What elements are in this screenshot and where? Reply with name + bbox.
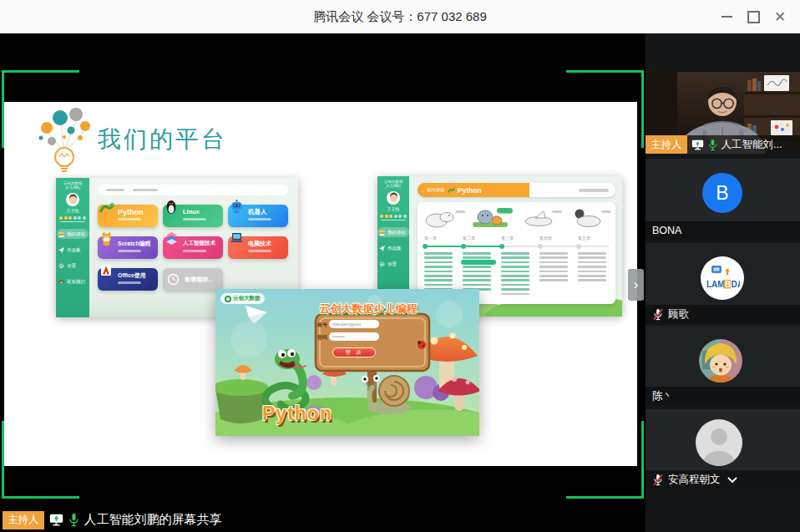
menu-item-portfolio: 作品集 (57, 245, 89, 255)
robot-icon (230, 200, 244, 215)
participant-label: 安高程朝文 (646, 470, 800, 489)
expand-participant-chevron[interactable] (727, 476, 738, 484)
participant-label: 顾歌 (646, 305, 800, 323)
course-search-bar (98, 185, 288, 195)
minimize-button[interactable] (713, 0, 740, 33)
participant-name: 顾歌 (668, 307, 689, 322)
scratch-cat-icon (99, 231, 114, 246)
course-card-linux: Linux (163, 205, 223, 227)
maximize-button[interactable] (740, 0, 767, 33)
participant-name: 人工智能刘... (722, 138, 782, 152)
monkey-icon (58, 279, 64, 285)
course-card-python: Python (98, 205, 158, 227)
stage-2-sketch-active (470, 206, 515, 230)
participant-tile-chen[interactable]: 陈丶 (646, 326, 800, 405)
participant-tile-angaochengchaowen[interactable]: 安高程朝文 (646, 409, 800, 489)
chapter-dot (499, 244, 504, 249)
microphone-muted-icon (646, 474, 664, 486)
menu-item-settings: 设置 (377, 259, 409, 269)
maximize-icon (747, 11, 760, 23)
window-controls: ✕ (713, 0, 793, 33)
course-card-office: Office使用 (98, 268, 158, 291)
title-bar: 腾讯会议 会议号：677 032 689 ✕ (0, 0, 800, 33)
course-card-robot: 机器人 (228, 205, 288, 227)
participant-tile-bona[interactable]: B BONA (646, 159, 800, 240)
participant-label: BONA (646, 221, 800, 240)
balloon-bulb-logo (34, 107, 96, 174)
default-person-avatar (696, 419, 742, 466)
participant-name: 安高程朝文 (668, 473, 721, 487)
login-button: 登 录 (332, 347, 376, 357)
game-brand-title: 云创大数据少儿编程 (297, 301, 439, 317)
course-card-scratch: Scratch编程 (98, 236, 158, 259)
svg-text:DA: DA (732, 280, 741, 289)
game-watermark-logo: 云创大数据 (220, 293, 265, 304)
course-card-computer: 电脑技术 (228, 236, 288, 259)
stage-1-sketch (422, 206, 467, 230)
avatar-letter: B (702, 173, 742, 213)
course-card-ai: 人工智能技术 (163, 236, 223, 259)
svg-text:B: B (725, 280, 731, 289)
kids-home-sidebar: 云创大数据少儿编程 王子悦 我的课程 (56, 178, 89, 317)
participant-name: 陈丶 (646, 389, 673, 403)
screen-share-stage: 我们的平台 云创大数据少儿编程 王子悦 我的课程 (0, 33, 646, 532)
account-label: 账号 (317, 322, 327, 329)
python-logo-text: Python (262, 403, 332, 425)
books-icon (58, 231, 64, 237)
course-title: Python (458, 186, 482, 195)
menu-item-my-courses: 我的课程 (377, 227, 409, 237)
participant-roster: 主持人 人工智能刘... B BONA (646, 33, 800, 532)
chapter-label: 第二章 (463, 236, 475, 241)
kids-user-name: 王子悦 (67, 208, 79, 213)
microphone-on-icon (68, 513, 79, 527)
password-field: ••••••• (329, 332, 379, 341)
close-button[interactable]: ✕ (767, 0, 793, 33)
gear-icon (58, 263, 64, 269)
minimize-icon (722, 16, 732, 18)
account-field: xiaopengyou (329, 320, 379, 328)
close-icon: ✕ (774, 10, 786, 24)
chapter-dot (423, 244, 428, 249)
menu-item-settings: 设置 (57, 261, 89, 271)
penguin-icon (165, 200, 178, 215)
ycloud-ring-icon (225, 296, 231, 302)
slide-title: 我们的平台 (98, 124, 227, 155)
chapter-label: 第一章 (424, 236, 437, 241)
chapter-dot (576, 244, 581, 249)
chapter-label: 第四章 (539, 236, 552, 241)
kids-avatar (387, 191, 400, 205)
participant-label: 主持人 人工智能刘... (646, 135, 800, 154)
password-label: 密码 (317, 334, 327, 342)
participant-tile-host[interactable]: 主持人 人工智能刘... (646, 72, 800, 154)
participant-label: 陈丶 (646, 387, 800, 405)
host-badge: 主持人 (646, 135, 687, 154)
ai-layers-icon (165, 231, 179, 246)
paper-plane-icon (379, 246, 385, 251)
share-info-bar: 主持人 人工智能刘鹏的屏幕共享 (0, 508, 646, 532)
back-chevron-icon: ‹ (423, 188, 424, 193)
back-label: 返回课程 (427, 187, 445, 193)
participant-tile-guge[interactable]: LAM B DA 顾歌 (646, 243, 800, 323)
screenshot-login-game: 云创大数据 云创大数据少儿编程 账号 xiaopengyou 密码 ••••••… (215, 289, 479, 436)
microphone-muted-icon (646, 308, 664, 321)
meeting-title: 腾讯会议 会议号：677 032 689 (0, 0, 800, 33)
menu-item-contact: 联系我们 (57, 276, 89, 286)
collapse-roster-button[interactable]: › (628, 269, 644, 301)
laptop-icon (230, 231, 244, 245)
chapter-dot (461, 244, 466, 249)
snake-icon (99, 200, 114, 215)
office-icon (99, 263, 113, 277)
tencent-meeting-window: 腾讯会议 会议号：677 032 689 ✕ (0, 0, 800, 532)
svg-text:LAM: LAM (706, 280, 725, 289)
snake-icon (448, 186, 455, 194)
course-card-coming-soon: 敬请期待... (163, 268, 223, 291)
anime-avatar (699, 339, 742, 383)
chevron-down-icon (727, 476, 738, 484)
chapter-label: 第五章 (578, 236, 590, 241)
participant-name: BONA (646, 225, 681, 236)
kids-home-menu: 我的课程 作品集 设置 联系我们 (57, 229, 89, 286)
stage-4-sketch (567, 206, 612, 230)
books-icon (379, 230, 385, 236)
screen-share-icon (49, 514, 63, 526)
chevron-right-icon: › (634, 276, 639, 293)
